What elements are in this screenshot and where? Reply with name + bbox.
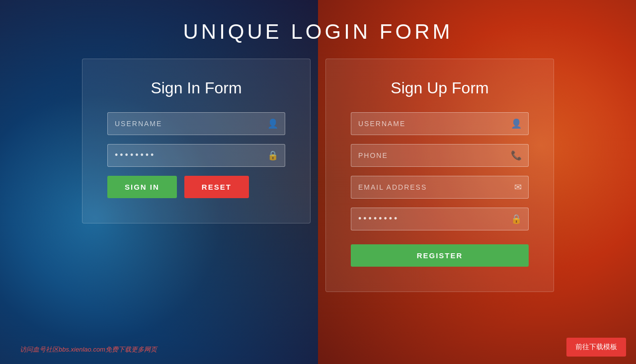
signup-username-wrap: 👤 xyxy=(351,112,529,135)
signup-email-wrap: ✉ xyxy=(351,176,529,199)
page-title: UNIQUE LOGIN FORM xyxy=(183,20,453,44)
reset-button[interactable]: RESET xyxy=(184,176,249,198)
signin-buttons: SIGN IN RESET xyxy=(107,176,285,198)
signup-form-card: Sign Up Form 👤 📞 ✉ 🔒 REGISTER xyxy=(325,59,554,292)
signin-form-title: Sign In Form xyxy=(107,79,285,97)
signin-password-input[interactable] xyxy=(107,144,285,167)
signup-phone-input[interactable] xyxy=(351,144,529,167)
signin-username-wrap: 👤 xyxy=(107,112,285,135)
register-button[interactable]: REGISTER xyxy=(351,244,529,267)
signin-password-wrap: 🔒 xyxy=(107,144,285,167)
signin-button[interactable]: SIGN IN xyxy=(107,176,177,198)
signup-email-input[interactable] xyxy=(351,176,529,199)
signin-username-input[interactable] xyxy=(107,112,285,135)
signup-form-title: Sign Up Form xyxy=(351,79,529,97)
signup-phone-wrap: 📞 xyxy=(351,144,529,167)
forms-row: Sign In Form 👤 🔒 SIGN IN RESET Sign Up F… xyxy=(0,59,636,292)
signin-form-card: Sign In Form 👤 🔒 SIGN IN RESET xyxy=(82,59,311,223)
signup-password-input[interactable] xyxy=(351,208,529,230)
signup-password-wrap: 🔒 xyxy=(351,208,529,230)
signup-username-input[interactable] xyxy=(351,112,529,135)
